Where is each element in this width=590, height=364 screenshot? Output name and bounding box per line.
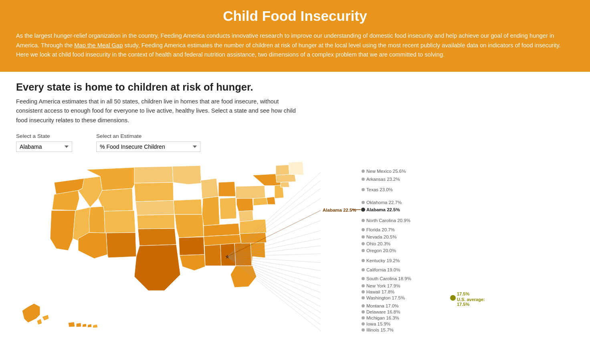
main-section: Every state is home to children at risk … xyxy=(0,72,590,361)
dot-washington xyxy=(362,296,365,299)
us-avg-sublabel: U.S. average: xyxy=(457,297,485,302)
estimate-label: Select an Estimate xyxy=(96,133,200,139)
dot-iowa xyxy=(362,322,365,326)
state-north-dakota[interactable] xyxy=(134,166,173,183)
state-georgia[interactable] xyxy=(234,243,253,266)
label-ohio: Ohio 20.3% xyxy=(366,241,390,246)
state-hawaii[interactable] xyxy=(68,322,75,327)
dot-alabama xyxy=(361,208,365,212)
chart-area: Alabama 22.5% New Mexico 25.6% Arkansas … xyxy=(321,158,574,351)
map-meal-gap-link[interactable]: Map the Meal Gap xyxy=(74,42,123,49)
state-control: Select a State Alabama Alaska Arizona Ar… xyxy=(16,133,72,152)
section-heading: Every state is home to children at risk … xyxy=(16,81,574,93)
dot-new-york xyxy=(362,284,365,287)
lower-layout: ★ xyxy=(16,158,574,351)
state-delaware[interactable] xyxy=(267,197,275,204)
state-nebraska[interactable] xyxy=(135,200,174,215)
state-colorado[interactable] xyxy=(104,210,135,233)
dot-oklahoma xyxy=(362,201,365,204)
estimate-control: Select an Estimate % Food Insecure Child… xyxy=(96,133,200,152)
dot-arkansas xyxy=(362,178,365,181)
state-vermont[interactable] xyxy=(276,165,289,175)
label-montana: Montana 17.0% xyxy=(366,303,399,308)
label-alabama: Alabama 22.5% xyxy=(366,207,400,212)
page-title: Child Food Insecurity xyxy=(16,8,574,24)
label-arkansas: Arkansas 23.2% xyxy=(366,177,400,182)
state-missouri[interactable] xyxy=(175,214,204,238)
state-maine[interactable] xyxy=(289,162,304,175)
us-avg-value: 17.5% xyxy=(457,291,469,296)
state-select[interactable]: Alabama Alaska Arizona Arkansas Californ… xyxy=(16,142,72,152)
dot-new-mexico xyxy=(362,170,365,173)
state-wisconsin[interactable] xyxy=(200,178,218,198)
state-kentucky[interactable] xyxy=(204,223,240,237)
state-oklahoma[interactable] xyxy=(138,229,176,246)
state-label: Select a State xyxy=(16,133,72,139)
dot-north-carolina xyxy=(362,219,365,222)
dot-ohio xyxy=(362,242,365,245)
label-south-carolina: South Carolina 18.9% xyxy=(366,276,411,281)
state-utah[interactable] xyxy=(89,206,105,233)
label-michigan: Michigan 16.3% xyxy=(366,315,399,320)
label-iowa: Iowa 15.9% xyxy=(366,322,390,326)
label-florida: Florida 20.7% xyxy=(366,227,395,232)
estimate-select[interactable]: % Food Insecure Children # Food Insecure… xyxy=(96,142,200,152)
label-texas: Texas 23.0% xyxy=(366,187,393,192)
controls-row: Select a State Alabama Alaska Arizona Ar… xyxy=(16,133,574,152)
label-oregon: Oregon 20.0% xyxy=(366,248,396,253)
dot-kentucky xyxy=(362,259,365,262)
state-kansas[interactable] xyxy=(137,214,175,229)
dot-michigan xyxy=(362,316,365,320)
map-area: ★ xyxy=(16,158,321,351)
state-pennsylvania[interactable] xyxy=(236,186,265,198)
ranking-chart: Alabama 22.5% New Mexico 25.6% Arkansas … xyxy=(321,158,489,351)
state-indiana[interactable] xyxy=(220,198,236,219)
dot-illinois xyxy=(362,328,365,332)
dot-oregon xyxy=(362,249,365,252)
dot-south-carolina xyxy=(362,277,365,280)
dot-texas xyxy=(362,188,365,191)
dot-montana xyxy=(362,304,365,307)
state-minnesota[interactable] xyxy=(172,166,201,184)
dot-nevada xyxy=(362,235,365,239)
label-california: California 19.0% xyxy=(366,267,400,272)
header-section: Child Food Insecurity As the largest hun… xyxy=(0,0,590,72)
state-ohio[interactable] xyxy=(236,198,253,211)
us-avg-dot xyxy=(450,295,456,301)
state-west-virginia[interactable] xyxy=(238,210,253,222)
label-washington: Washington 17.5% xyxy=(366,295,405,300)
label-oklahoma: Oklahoma 22.7% xyxy=(366,200,402,205)
state-iowa[interactable] xyxy=(174,199,202,214)
state-maryland[interactable] xyxy=(253,198,268,206)
label-north-carolina: North Carolina 20.9% xyxy=(366,218,410,223)
state-illinois[interactable] xyxy=(202,196,220,226)
section-description: Feeding America estimates that in all 50… xyxy=(16,97,297,125)
us-map[interactable]: ★ xyxy=(16,158,321,351)
us-avg-number: 17.5% xyxy=(457,302,469,307)
dot-hawaii xyxy=(362,290,365,293)
state-south-dakota[interactable] xyxy=(134,182,174,202)
dot-delaware xyxy=(362,310,365,313)
label-delaware: Delaware 16.8% xyxy=(366,309,400,314)
label-hawaii: Hawaii 17.8% xyxy=(366,289,394,294)
label-illinois: Illinois 15.7% xyxy=(366,328,394,332)
state-connecticut[interactable] xyxy=(281,182,289,187)
dot-florida xyxy=(362,228,365,231)
state-arkansas[interactable] xyxy=(179,237,204,255)
header-description: As the largest hunger-relief organizatio… xyxy=(16,31,574,60)
state-new-mexico[interactable] xyxy=(106,233,136,258)
label-nevada: Nevada 20.5% xyxy=(366,235,396,239)
label-kentucky: Kentucky 19.2% xyxy=(366,258,400,263)
dot-california xyxy=(362,268,365,271)
state-mississippi[interactable] xyxy=(204,245,221,266)
alabama-callout: Alabama 22.5% xyxy=(323,208,356,212)
state-michigan[interactable] xyxy=(218,182,236,196)
label-new-mexico: New Mexico 25.6% xyxy=(366,169,406,174)
label-new-york: New York 17.9% xyxy=(366,283,400,288)
